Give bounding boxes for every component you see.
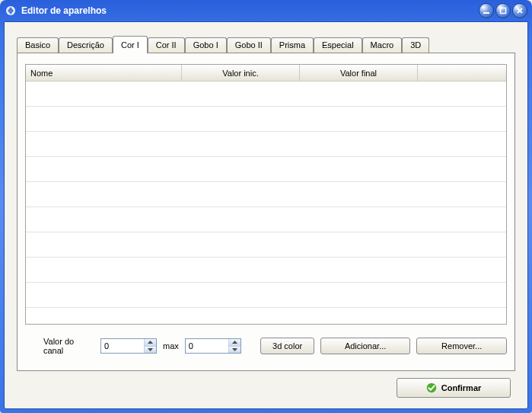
table-row[interactable] xyxy=(26,82,506,107)
column-header-init[interactable]: Valor inic. xyxy=(182,65,300,81)
confirm-button[interactable]: Confirmar xyxy=(397,378,511,398)
table-row[interactable] xyxy=(26,232,506,258)
grid-body[interactable] xyxy=(26,82,506,324)
titlebar[interactable]: Editor de aparelhos xyxy=(0,0,532,21)
tab-cor-2[interactable]: Cor II xyxy=(148,37,185,53)
column-header-name[interactable]: Nome xyxy=(26,65,182,81)
tab-label: Especial xyxy=(322,40,354,50)
max-label: max xyxy=(163,341,179,351)
channel-value-spinner[interactable] xyxy=(100,338,157,354)
table-row[interactable] xyxy=(26,132,506,157)
client-area: Basico Descrição Cor I Cor II Gobo I Gob… xyxy=(4,21,528,409)
tab-label: Cor II xyxy=(156,40,177,50)
data-grid[interactable]: Nome Valor inic. Valor final xyxy=(25,64,507,325)
window-controls xyxy=(479,3,527,18)
tab-gobo-1[interactable]: Gobo I xyxy=(185,37,227,53)
close-button[interactable] xyxy=(512,3,527,18)
svg-rect-2 xyxy=(501,8,506,14)
tab-cor-1[interactable]: Cor I xyxy=(113,36,148,53)
tab-panel: Nome Valor inic. Valor final xyxy=(17,53,515,371)
tab-label: Prisma xyxy=(279,40,305,50)
channel-value-input[interactable] xyxy=(101,339,144,353)
table-row[interactable] xyxy=(26,182,506,207)
spinner-down-icon[interactable] xyxy=(145,346,156,354)
tab-gobo-2[interactable]: Gobo II xyxy=(227,37,271,53)
column-header-extra[interactable] xyxy=(418,65,506,81)
max-value-spinner[interactable] xyxy=(185,338,241,354)
tab-label: Gobo I xyxy=(193,40,218,50)
add-button[interactable]: Adicionar... xyxy=(320,338,411,354)
tab-basico[interactable]: Basico xyxy=(17,37,59,53)
tab-prisma[interactable]: Prisma xyxy=(271,37,314,53)
window: Editor de aparelhos Basico Descrição Cor… xyxy=(0,0,532,413)
max-value-input[interactable] xyxy=(186,339,228,353)
spinner-up-icon[interactable] xyxy=(145,339,156,346)
confirm-label: Confirmar xyxy=(441,383,482,392)
table-row[interactable] xyxy=(26,107,506,132)
color-3d-button[interactable]: 3d color xyxy=(260,338,314,354)
table-row[interactable] xyxy=(26,258,506,283)
svg-rect-1 xyxy=(483,12,489,14)
app-icon xyxy=(5,5,17,17)
table-row[interactable] xyxy=(26,308,506,324)
tabstrip: Basico Descrição Cor I Cor II Gobo I Gob… xyxy=(17,36,515,53)
tab-label: 3D xyxy=(410,40,421,50)
window-title: Editor de aparelhos xyxy=(21,5,479,16)
tab-label: Gobo II xyxy=(235,40,263,50)
tab-label: Descrição xyxy=(67,40,104,50)
column-header-final[interactable]: Valor final xyxy=(300,65,418,81)
tab-descricao[interactable]: Descrição xyxy=(59,37,113,53)
table-row[interactable] xyxy=(26,157,506,182)
tab-label: Macro xyxy=(371,40,394,50)
tab-macro[interactable]: Macro xyxy=(362,37,403,53)
maximize-button[interactable] xyxy=(495,3,511,18)
table-row[interactable] xyxy=(26,283,506,308)
tab-label: Cor I xyxy=(121,40,139,50)
spinner-down-icon[interactable] xyxy=(229,346,241,354)
grid-header: Nome Valor inic. Valor final xyxy=(26,65,506,82)
table-row[interactable] xyxy=(26,207,506,232)
bottom-controls: Valor do canal max 3d xyxy=(25,337,507,355)
remove-button[interactable]: Remover... xyxy=(416,338,507,354)
spinner-up-icon[interactable] xyxy=(229,339,241,346)
tab-3d[interactable]: 3D xyxy=(402,37,429,53)
tab-especial[interactable]: Especial xyxy=(314,37,362,53)
channel-value-label: Valor do canal xyxy=(43,337,94,355)
minimize-button[interactable] xyxy=(479,3,494,18)
tab-label: Basico xyxy=(25,40,50,50)
footer: Confirmar xyxy=(397,378,511,398)
check-icon xyxy=(426,383,437,393)
